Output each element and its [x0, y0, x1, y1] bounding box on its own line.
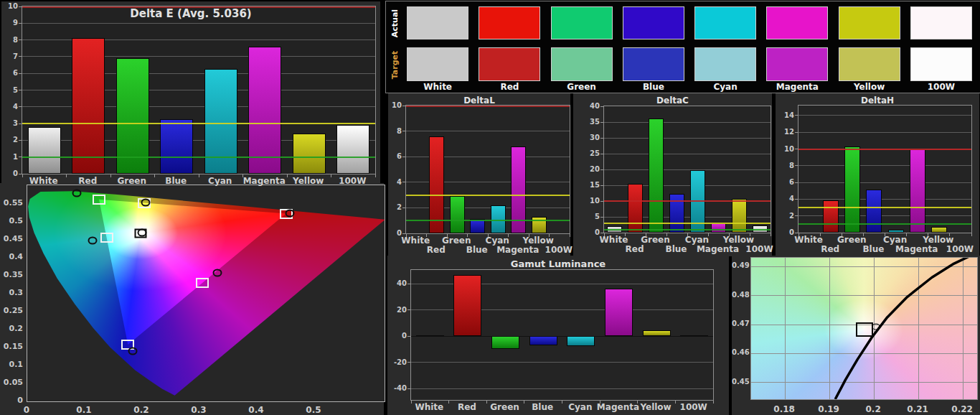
x-tick-label: 0.5: [306, 405, 321, 415]
swatch-comparison-panel[interactable]: Actual Target WhiteRedGreenBlueCyanMagen…: [385, 1, 980, 93]
y-tick-label: 0.45: [1, 235, 23, 243]
y-axis-tick: [600, 169, 603, 170]
bar-red: [72, 38, 105, 174]
swatch-actual-100w: [910, 6, 972, 39]
y-tick-label: 14: [774, 111, 794, 120]
gamut-luminance-chart-panel[interactable]: Gamut Luminance -40-2002040 WhiteRedGree…: [387, 256, 729, 415]
white-point-zoom-panel[interactable]: 0.180.190.20.210.220.450.460.470.480.49: [732, 256, 980, 415]
y-axis-tick: [402, 208, 405, 208]
y-tick-label: 3: [0, 119, 18, 128]
x-category-label-yellow: Yellow: [923, 235, 953, 245]
measured-marker-magenta: [212, 269, 222, 277]
x-tick-label: 0.18: [773, 404, 795, 414]
gridline: [798, 199, 971, 200]
x-category-label-magenta: Magenta: [496, 245, 539, 255]
delta-l-plot-area: 0246810: [405, 105, 570, 234]
swatch-actual-cyan: [694, 6, 756, 39]
y-axis-tick: [407, 309, 410, 310]
y-tick-label: 0.2: [1, 325, 23, 333]
gridline: [411, 388, 713, 389]
x-axis-tick: [66, 174, 67, 177]
x-axis-tick: [448, 401, 449, 404]
x-category-label-100w: 100W: [339, 176, 366, 186]
x-tick-label: 0.2: [133, 405, 149, 415]
bar-magenta: [605, 289, 633, 336]
x-category-label-cyan: Cyan: [486, 236, 509, 246]
y-tick-label: 10: [774, 145, 794, 154]
swatch-actual-white: [407, 6, 468, 39]
y-tick-label: 0: [387, 332, 407, 340]
x-tick-label: 0.22: [951, 404, 973, 414]
delta-h-chart-panel[interactable]: DeltaH 02468101214 WhiteRedGreenBlueCyan…: [776, 93, 979, 256]
bar-yellow: [293, 134, 326, 174]
swatch-column-label-white: White: [423, 82, 452, 92]
y-tick-label: 10: [580, 197, 600, 205]
x-category-label-cyan: Cyan: [883, 235, 907, 245]
x-tick-label: 0.4: [248, 405, 263, 415]
gridline: [798, 182, 971, 183]
x-axis-tick: [771, 233, 771, 236]
delta-e-plot-area: 012345678910: [22, 6, 376, 174]
y-tick-label: 0: [774, 228, 794, 237]
swatch-column-label-blue: Blue: [643, 82, 664, 92]
measured-marker-yellow: [141, 198, 150, 206]
x-category-label-yellow: Yellow: [640, 402, 671, 412]
y-axis-tick: [402, 233, 405, 234]
calibration-report-screen: { "swatch_panel": { "row_labels": ["Actu…: [0, 0, 980, 415]
y-tick-label: 6: [774, 178, 794, 187]
y-tick-label: 8: [774, 162, 794, 170]
cie-chromaticity-panel[interactable]: 00.050.10.150.20.250.30.350.40.450.50.55…: [0, 183, 384, 415]
swatch-target-green: [551, 47, 613, 81]
target-marker-cyan: [100, 233, 113, 243]
y-tick-label: 5: [580, 213, 600, 221]
bar-yellow: [732, 199, 747, 233]
y-axis-tick: [600, 233, 603, 233]
y-tick-label: 7: [0, 52, 18, 61]
delta-e-chart-panel[interactable]: Delta E (Avg. 5.036) 012345678910 WhiteR…: [1, 1, 380, 183]
bar-cyan: [204, 69, 237, 174]
bar-yellow: [931, 227, 947, 233]
reference-line-1: [406, 220, 570, 221]
y-tick-label: 4: [0, 103, 18, 111]
x-tick-label: 0.2: [866, 404, 881, 414]
gamut-luminance-plot-area: -40-2002040: [410, 269, 714, 401]
zero-axis-line: [411, 336, 713, 337]
x-axis-tick: [570, 234, 570, 237]
y-axis-tick: [19, 123, 22, 124]
bar-red: [628, 184, 643, 233]
x-category-label-blue: Blue: [862, 244, 884, 254]
y-tick-label: 0.3: [1, 289, 23, 297]
y-axis-tick: [795, 233, 798, 233]
x-category-label-100w: 100W: [680, 402, 707, 412]
gridline: [604, 154, 771, 154]
y-tick-label: 6: [382, 152, 402, 161]
swatch-target-red: [479, 47, 540, 81]
gridline: [406, 131, 570, 131]
y-axis-tick: [795, 199, 798, 200]
y-tick-label: 35: [580, 118, 600, 126]
y-axis-tick: [407, 336, 410, 337]
x-axis-tick: [971, 233, 972, 236]
y-axis-tick: [19, 90, 22, 90]
x-category-label-blue: Blue: [666, 244, 687, 254]
delta-l-chart-panel[interactable]: DeltaL 0246810 WhiteRedGreenBlueCyanMage…: [388, 93, 570, 256]
y-tick-label: 0: [1, 396, 23, 405]
y-axis-tick: [600, 106, 603, 107]
reference-line-3: [22, 123, 375, 124]
y-tick-label: 2: [0, 136, 18, 144]
x-category-label-green: Green: [641, 235, 670, 245]
delta-c-chart-panel[interactable]: DeltaC 0510152025303540 WhiteRedGreenBlu…: [573, 93, 772, 256]
y-tick-label: 0.49: [732, 261, 748, 270]
x-axis-tick: [154, 174, 155, 177]
x-tick-label: 0.21: [907, 404, 928, 414]
bar-magenta: [910, 149, 925, 233]
reference-line-3: [406, 195, 570, 196]
x-axis-tick: [713, 401, 714, 404]
y-axis-tick: [407, 362, 410, 363]
reference-line-10: [798, 149, 971, 150]
x-category-label-white: White: [401, 236, 430, 246]
swatch-target-100w: [910, 47, 972, 81]
x-category-label-100w: 100W: [745, 244, 773, 254]
swatch-actual-yellow: [839, 6, 900, 39]
y-tick-label: 0.15: [1, 342, 23, 351]
